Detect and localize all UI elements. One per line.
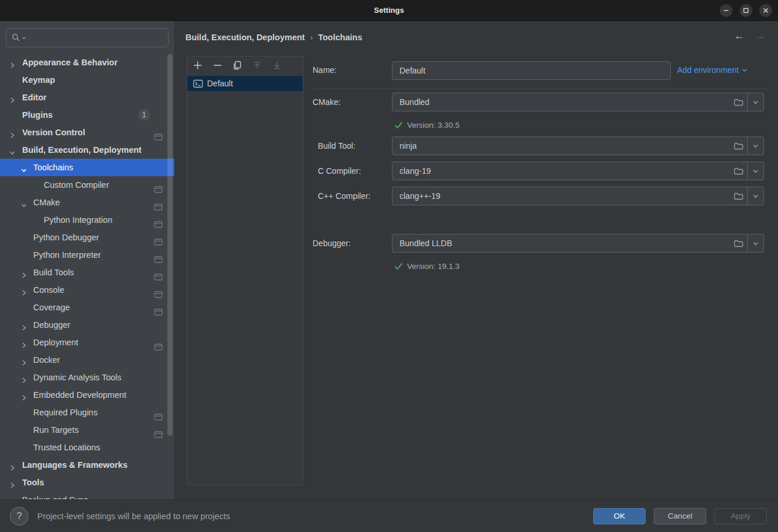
sidebar-item-python-integration[interactable]: Python Integration: [0, 211, 175, 229]
sidebar-scrollbar[interactable]: [167, 54, 173, 436]
add-environment-link[interactable]: Add environment: [677, 65, 748, 75]
sidebar-item-toolchains[interactable]: Toolchains: [0, 159, 175, 176]
browse-button[interactable]: [730, 93, 747, 111]
sidebar-item-coverage[interactable]: Coverage: [0, 299, 175, 316]
help-button[interactable]: ?: [10, 507, 29, 526]
help-icon: ?: [16, 510, 22, 522]
sidebar-item-label: Trusted Locations: [33, 439, 100, 456]
breadcrumb-item-current: Toolchains: [318, 33, 362, 42]
copy-icon: [233, 61, 242, 72]
sidebar-item-console[interactable]: Console: [0, 281, 175, 299]
folder-icon: [734, 192, 744, 201]
plugins-count-badge: 1: [138, 109, 150, 121]
build-tool-combo[interactable]: ninja: [392, 136, 764, 155]
debugger-combo[interactable]: Bundled LLDB: [392, 234, 764, 253]
apply-button: Apply: [714, 508, 767, 524]
sidebar-item-label: Tools: [22, 474, 44, 491]
folder-icon: [734, 142, 744, 150]
move-up-toolchain-button: [252, 61, 262, 71]
move-down-icon: [272, 61, 282, 72]
sidebar-item-label: Appearance & Behavior: [22, 54, 118, 71]
debugger-version-status: Version: 19.1.3: [394, 262, 460, 271]
sidebar-item-dynamic-analysis-tools[interactable]: Dynamic Analysis Tools: [0, 369, 175, 386]
combo-chevron-icon: [752, 99, 759, 106]
c-compiler-label: C Compiler:: [318, 166, 361, 176]
dropdown-button[interactable]: [748, 187, 763, 205]
close-button[interactable]: [759, 4, 772, 17]
search-options-chevron-icon: [22, 36, 26, 40]
sidebar-item-label: Editor: [22, 89, 47, 106]
dropdown-button[interactable]: [748, 162, 763, 180]
sidebar-item-python-debugger[interactable]: Python Debugger: [0, 229, 175, 246]
dropdown-button[interactable]: [748, 137, 763, 155]
breadcrumb-item-parent[interactable]: Build, Execution, Deployment: [185, 33, 305, 42]
sidebar-item-editor[interactable]: Editor: [0, 89, 175, 106]
minimize-button[interactable]: [720, 4, 733, 17]
c-compiler-combo[interactable]: clang-19: [392, 162, 764, 180]
breadcrumb: Build, Execution, Deployment › Toolchain…: [185, 21, 362, 54]
sidebar-item-label: Languages & Frameworks: [22, 456, 128, 474]
minimize-icon: [723, 8, 729, 13]
browse-button[interactable]: [730, 137, 747, 155]
maximize-icon: [743, 8, 749, 13]
sidebar-item-keymap[interactable]: Keymap: [0, 71, 175, 89]
version-text: Version: 3.30.5: [407, 121, 460, 130]
sidebar-item-build-tools[interactable]: Build Tools: [0, 264, 175, 281]
build-tool-label: Build Tool:: [318, 141, 355, 150]
sidebar-item-version-control[interactable]: Version Control: [0, 124, 175, 141]
cpp-compiler-value: clang++-19: [392, 191, 730, 201]
remove-toolchain-button[interactable]: [212, 61, 222, 71]
toolchain-toolbar: [187, 57, 303, 76]
name-label: Name:: [313, 65, 337, 75]
sidebar-item-deployment[interactable]: Deployment: [0, 334, 175, 351]
browse-button[interactable]: [730, 162, 747, 180]
browse-button[interactable]: [730, 235, 747, 252]
sidebar-item-label: Coverage: [33, 299, 70, 316]
sidebar-item-python-interpreter[interactable]: Python Interpreter: [0, 246, 175, 264]
dropdown-button[interactable]: [748, 93, 763, 111]
sidebar-item-label: Deployment: [33, 334, 78, 351]
cancel-button[interactable]: Cancel: [654, 508, 706, 524]
cpp-compiler-combo[interactable]: clang++-19: [392, 187, 764, 205]
combo-chevron-icon: [752, 142, 759, 150]
c-compiler-value: clang-19: [392, 166, 730, 176]
search-input[interactable]: [6, 28, 169, 47]
sidebar-item-run-targets[interactable]: Run Targets: [0, 421, 175, 439]
sidebar-item-debugger[interactable]: Debugger: [0, 316, 175, 334]
sidebar-item-docker[interactable]: Docker: [0, 351, 175, 369]
maximize-button[interactable]: [740, 4, 752, 17]
copy-toolchain-button[interactable]: [232, 61, 242, 71]
sidebar-item-label: CMake: [33, 194, 60, 211]
cmake-combo[interactable]: Bundled: [392, 93, 764, 111]
sidebar-item-appearance-behavior[interactable]: Appearance & Behavior: [0, 54, 175, 71]
toolchain-list-item[interactable]: Default: [187, 76, 303, 91]
sidebar-item-label: Backup and Sync: [22, 491, 88, 499]
add-toolchain-button[interactable]: [192, 61, 202, 71]
sidebar-item-plugins[interactable]: Plugins1: [0, 106, 175, 124]
sidebar-item-embedded-development[interactable]: Embedded Development: [0, 386, 175, 404]
history-nav: ← →: [734, 30, 765, 42]
sidebar-item-custom-compiler[interactable]: Custom Compiler: [0, 176, 175, 194]
browse-button[interactable]: [730, 187, 747, 205]
sidebar-item-label: Python Debugger: [33, 229, 99, 246]
name-field-value: Default: [392, 66, 670, 75]
name-field[interactable]: Default: [392, 61, 671, 80]
cmake-value: Bundled: [392, 97, 730, 107]
sidebar-item-required-plugins[interactable]: Required Plugins: [0, 404, 175, 421]
debugger-label: Debugger:: [313, 239, 351, 248]
sidebar-item-build-execution-deployment[interactable]: Build, Execution, Deployment: [0, 141, 175, 159]
sidebar-item-label: Python Interpreter: [33, 246, 101, 264]
dropdown-button[interactable]: [748, 235, 763, 252]
sidebar-item-cmake[interactable]: CMake: [0, 194, 175, 211]
breadcrumb-separator: ›: [310, 33, 313, 42]
footer-hint: Project-level settings will be applied t…: [37, 512, 593, 521]
ok-button[interactable]: OK: [593, 508, 646, 524]
sidebar-item-languages-frameworks[interactable]: Languages & Frameworks: [0, 456, 175, 474]
sidebar-item-backup-and-sync[interactable]: Backup and Sync: [0, 491, 175, 499]
add-icon: [193, 61, 202, 72]
sidebar-item-trusted-locations[interactable]: Trusted Locations: [0, 439, 175, 456]
combo-chevron-icon: [752, 192, 759, 200]
sidebar-item-tools[interactable]: Tools: [0, 474, 175, 491]
back-arrow-icon[interactable]: ←: [734, 30, 744, 42]
sidebar-item-label: Build, Execution, Deployment: [22, 141, 142, 159]
